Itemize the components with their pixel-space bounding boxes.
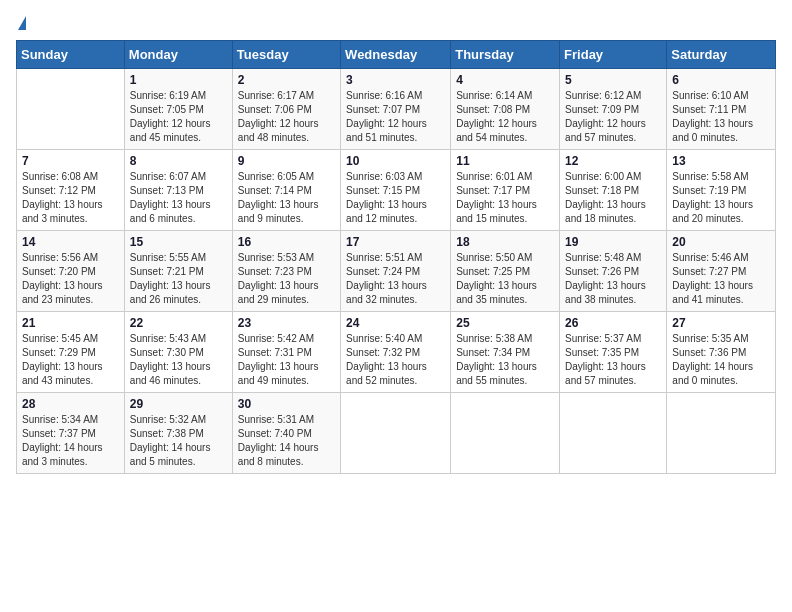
- day-number: 29: [130, 397, 227, 411]
- calendar-cell: 7Sunrise: 6:08 AMSunset: 7:12 PMDaylight…: [17, 150, 125, 231]
- day-info: Sunrise: 5:56 AMSunset: 7:20 PMDaylight:…: [22, 251, 119, 307]
- day-info: Sunrise: 5:50 AMSunset: 7:25 PMDaylight:…: [456, 251, 554, 307]
- day-number: 28: [22, 397, 119, 411]
- calendar-cell: [17, 69, 125, 150]
- calendar-cell: 24Sunrise: 5:40 AMSunset: 7:32 PMDayligh…: [341, 312, 451, 393]
- header-thursday: Thursday: [451, 41, 560, 69]
- day-info: Sunrise: 5:58 AMSunset: 7:19 PMDaylight:…: [672, 170, 770, 226]
- calendar-cell: 10Sunrise: 6:03 AMSunset: 7:15 PMDayligh…: [341, 150, 451, 231]
- calendar-cell: 5Sunrise: 6:12 AMSunset: 7:09 PMDaylight…: [560, 69, 667, 150]
- calendar-cell: 9Sunrise: 6:05 AMSunset: 7:14 PMDaylight…: [232, 150, 340, 231]
- day-number: 22: [130, 316, 227, 330]
- day-info: Sunrise: 5:34 AMSunset: 7:37 PMDaylight:…: [22, 413, 119, 469]
- day-info: Sunrise: 6:12 AMSunset: 7:09 PMDaylight:…: [565, 89, 661, 145]
- day-info: Sunrise: 5:42 AMSunset: 7:31 PMDaylight:…: [238, 332, 335, 388]
- calendar-cell: 18Sunrise: 5:50 AMSunset: 7:25 PMDayligh…: [451, 231, 560, 312]
- day-number: 24: [346, 316, 445, 330]
- day-number: 9: [238, 154, 335, 168]
- logo: [16, 16, 26, 30]
- day-number: 15: [130, 235, 227, 249]
- day-info: Sunrise: 6:10 AMSunset: 7:11 PMDaylight:…: [672, 89, 770, 145]
- day-number: 5: [565, 73, 661, 87]
- calendar-cell: 13Sunrise: 5:58 AMSunset: 7:19 PMDayligh…: [667, 150, 776, 231]
- calendar-cell: 15Sunrise: 5:55 AMSunset: 7:21 PMDayligh…: [124, 231, 232, 312]
- day-info: Sunrise: 5:43 AMSunset: 7:30 PMDaylight:…: [130, 332, 227, 388]
- calendar-cell: 25Sunrise: 5:38 AMSunset: 7:34 PMDayligh…: [451, 312, 560, 393]
- day-info: Sunrise: 6:05 AMSunset: 7:14 PMDaylight:…: [238, 170, 335, 226]
- calendar-cell: 1Sunrise: 6:19 AMSunset: 7:05 PMDaylight…: [124, 69, 232, 150]
- day-info: Sunrise: 5:40 AMSunset: 7:32 PMDaylight:…: [346, 332, 445, 388]
- day-info: Sunrise: 6:01 AMSunset: 7:17 PMDaylight:…: [456, 170, 554, 226]
- calendar-cell: 17Sunrise: 5:51 AMSunset: 7:24 PMDayligh…: [341, 231, 451, 312]
- calendar-cell: [667, 393, 776, 474]
- calendar-cell: 4Sunrise: 6:14 AMSunset: 7:08 PMDaylight…: [451, 69, 560, 150]
- day-number: 2: [238, 73, 335, 87]
- day-info: Sunrise: 6:00 AMSunset: 7:18 PMDaylight:…: [565, 170, 661, 226]
- day-number: 26: [565, 316, 661, 330]
- day-info: Sunrise: 6:17 AMSunset: 7:06 PMDaylight:…: [238, 89, 335, 145]
- calendar-cell: 28Sunrise: 5:34 AMSunset: 7:37 PMDayligh…: [17, 393, 125, 474]
- header-saturday: Saturday: [667, 41, 776, 69]
- calendar-cell: 14Sunrise: 5:56 AMSunset: 7:20 PMDayligh…: [17, 231, 125, 312]
- calendar-cell: 3Sunrise: 6:16 AMSunset: 7:07 PMDaylight…: [341, 69, 451, 150]
- calendar-cell: [341, 393, 451, 474]
- day-number: 4: [456, 73, 554, 87]
- calendar-cell: 27Sunrise: 5:35 AMSunset: 7:36 PMDayligh…: [667, 312, 776, 393]
- calendar-cell: 8Sunrise: 6:07 AMSunset: 7:13 PMDaylight…: [124, 150, 232, 231]
- day-number: 23: [238, 316, 335, 330]
- day-number: 1: [130, 73, 227, 87]
- day-info: Sunrise: 5:45 AMSunset: 7:29 PMDaylight:…: [22, 332, 119, 388]
- calendar-table: Sunday Monday Tuesday Wednesday Thursday…: [16, 40, 776, 474]
- calendar-cell: 6Sunrise: 6:10 AMSunset: 7:11 PMDaylight…: [667, 69, 776, 150]
- day-info: Sunrise: 5:38 AMSunset: 7:34 PMDaylight:…: [456, 332, 554, 388]
- calendar-cell: 30Sunrise: 5:31 AMSunset: 7:40 PMDayligh…: [232, 393, 340, 474]
- day-number: 10: [346, 154, 445, 168]
- calendar-cell: 16Sunrise: 5:53 AMSunset: 7:23 PMDayligh…: [232, 231, 340, 312]
- calendar-cell: 11Sunrise: 6:01 AMSunset: 7:17 PMDayligh…: [451, 150, 560, 231]
- day-number: 17: [346, 235, 445, 249]
- day-info: Sunrise: 5:55 AMSunset: 7:21 PMDaylight:…: [130, 251, 227, 307]
- calendar-cell: 26Sunrise: 5:37 AMSunset: 7:35 PMDayligh…: [560, 312, 667, 393]
- logo-triangle-icon: [18, 16, 26, 30]
- calendar-cell: [560, 393, 667, 474]
- day-number: 12: [565, 154, 661, 168]
- day-info: Sunrise: 5:31 AMSunset: 7:40 PMDaylight:…: [238, 413, 335, 469]
- day-number: 11: [456, 154, 554, 168]
- calendar-cell: 19Sunrise: 5:48 AMSunset: 7:26 PMDayligh…: [560, 231, 667, 312]
- calendar-week-2: 7Sunrise: 6:08 AMSunset: 7:12 PMDaylight…: [17, 150, 776, 231]
- day-info: Sunrise: 6:03 AMSunset: 7:15 PMDaylight:…: [346, 170, 445, 226]
- header-friday: Friday: [560, 41, 667, 69]
- header-wednesday: Wednesday: [341, 41, 451, 69]
- day-number: 14: [22, 235, 119, 249]
- calendar-cell: [451, 393, 560, 474]
- day-info: Sunrise: 5:51 AMSunset: 7:24 PMDaylight:…: [346, 251, 445, 307]
- day-info: Sunrise: 5:53 AMSunset: 7:23 PMDaylight:…: [238, 251, 335, 307]
- day-info: Sunrise: 5:32 AMSunset: 7:38 PMDaylight:…: [130, 413, 227, 469]
- day-number: 27: [672, 316, 770, 330]
- calendar-cell: 20Sunrise: 5:46 AMSunset: 7:27 PMDayligh…: [667, 231, 776, 312]
- day-number: 8: [130, 154, 227, 168]
- calendar-week-3: 14Sunrise: 5:56 AMSunset: 7:20 PMDayligh…: [17, 231, 776, 312]
- day-number: 13: [672, 154, 770, 168]
- calendar-week-4: 21Sunrise: 5:45 AMSunset: 7:29 PMDayligh…: [17, 312, 776, 393]
- day-info: Sunrise: 5:35 AMSunset: 7:36 PMDaylight:…: [672, 332, 770, 388]
- calendar-header: Sunday Monday Tuesday Wednesday Thursday…: [17, 41, 776, 69]
- day-info: Sunrise: 6:19 AMSunset: 7:05 PMDaylight:…: [130, 89, 227, 145]
- day-number: 7: [22, 154, 119, 168]
- day-info: Sunrise: 6:14 AMSunset: 7:08 PMDaylight:…: [456, 89, 554, 145]
- day-number: 30: [238, 397, 335, 411]
- calendar-cell: 29Sunrise: 5:32 AMSunset: 7:38 PMDayligh…: [124, 393, 232, 474]
- day-info: Sunrise: 6:08 AMSunset: 7:12 PMDaylight:…: [22, 170, 119, 226]
- calendar-cell: 22Sunrise: 5:43 AMSunset: 7:30 PMDayligh…: [124, 312, 232, 393]
- calendar-body: 1Sunrise: 6:19 AMSunset: 7:05 PMDaylight…: [17, 69, 776, 474]
- day-number: 18: [456, 235, 554, 249]
- header-row: Sunday Monday Tuesday Wednesday Thursday…: [17, 41, 776, 69]
- day-number: 21: [22, 316, 119, 330]
- day-info: Sunrise: 6:07 AMSunset: 7:13 PMDaylight:…: [130, 170, 227, 226]
- header-tuesday: Tuesday: [232, 41, 340, 69]
- day-info: Sunrise: 5:37 AMSunset: 7:35 PMDaylight:…: [565, 332, 661, 388]
- day-number: 6: [672, 73, 770, 87]
- calendar-cell: 2Sunrise: 6:17 AMSunset: 7:06 PMDaylight…: [232, 69, 340, 150]
- day-number: 19: [565, 235, 661, 249]
- day-info: Sunrise: 5:46 AMSunset: 7:27 PMDaylight:…: [672, 251, 770, 307]
